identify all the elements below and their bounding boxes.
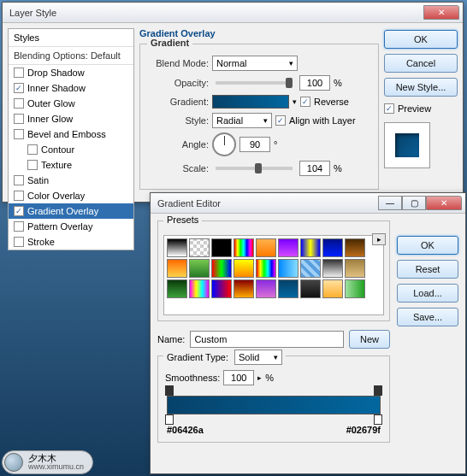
preset-swatch[interactable] — [167, 238, 187, 257]
preview-thumbnail — [384, 122, 430, 168]
new-style-button[interactable]: New Style... — [384, 78, 458, 97]
angle-dial[interactable] — [212, 132, 236, 156]
preset-swatch[interactable] — [322, 279, 343, 298]
style-checkbox[interactable] — [14, 237, 24, 247]
style-item-contour[interactable]: Contour — [9, 142, 133, 157]
preset-swatch[interactable] — [189, 279, 210, 298]
gradient-swatch[interactable] — [212, 95, 289, 109]
chevron-right-icon[interactable]: ▸ — [257, 373, 262, 382]
preset-swatch[interactable] — [256, 259, 276, 278]
gradient-type-select[interactable]: Solid — [234, 350, 282, 365]
preset-swatch[interactable] — [189, 259, 210, 278]
style-item-bevel-and-emboss[interactable]: Bevel and Emboss — [9, 126, 133, 142]
color-stop-right[interactable] — [374, 414, 382, 425]
preset-swatch[interactable] — [167, 279, 187, 298]
preview-label: Preview — [398, 103, 431, 114]
styles-header[interactable]: Styles — [9, 29, 133, 47]
blending-options-row[interactable]: Blending Options: Default — [9, 47, 133, 65]
ok-button[interactable]: OK — [397, 236, 458, 255]
style-item-inner-shadow[interactable]: Inner Shadow — [9, 80, 133, 96]
save-button[interactable]: Save... — [397, 308, 458, 326]
style-item-pattern-overlay[interactable]: Pattern Overlay — [9, 219, 133, 234]
style-item-label: Pattern Overlay — [27, 221, 92, 232]
style-checkbox[interactable] — [14, 206, 24, 216]
style-item-gradient-overlay[interactable]: Gradient Overlay — [9, 203, 133, 219]
preset-swatch[interactable] — [300, 279, 321, 298]
new-button[interactable]: New — [349, 330, 390, 349]
preset-swatch[interactable] — [322, 259, 343, 278]
opacity-input[interactable]: 100 — [299, 75, 330, 91]
opacity-stop-right[interactable] — [374, 385, 382, 396]
style-checkbox[interactable] — [14, 83, 24, 93]
presets-menu-icon[interactable]: ▸ — [372, 233, 386, 245]
presets-grid[interactable] — [163, 235, 384, 315]
opacity-stop-left[interactable] — [165, 385, 174, 396]
preset-swatch[interactable] — [345, 279, 365, 298]
gradient-bar[interactable] — [167, 396, 381, 414]
style-checkbox[interactable] — [14, 175, 24, 185]
preset-swatch[interactable] — [234, 259, 254, 278]
reset-button[interactable]: Reset — [397, 260, 458, 279]
preset-swatch[interactable] — [234, 238, 254, 257]
reverse-checkbox[interactable] — [300, 97, 310, 107]
scale-slider[interactable] — [216, 167, 293, 170]
style-item-outer-glow[interactable]: Outer Glow — [9, 96, 133, 111]
style-item-drop-shadow[interactable]: Drop Shadow — [9, 65, 133, 80]
ok-button[interactable]: OK — [384, 30, 458, 49]
style-checkbox[interactable] — [14, 191, 24, 201]
preset-swatch[interactable] — [345, 259, 365, 278]
style-item-satin[interactable]: Satin — [9, 173, 133, 188]
preset-swatch[interactable] — [234, 279, 254, 298]
align-checkbox[interactable] — [275, 115, 286, 126]
gradient-label: Gradient: — [149, 97, 209, 107]
chevron-down-icon[interactable]: ▾ — [293, 97, 297, 106]
preset-swatch[interactable] — [211, 259, 232, 278]
minimize-icon[interactable]: — — [378, 196, 402, 210]
style-checkbox[interactable] — [27, 144, 38, 155]
style-checkbox[interactable] — [14, 129, 24, 139]
preset-swatch[interactable] — [278, 238, 299, 257]
preview-checkbox[interactable] — [384, 103, 394, 114]
preset-swatch[interactable] — [278, 279, 299, 298]
style-item-label: Inner Glow — [27, 114, 73, 124]
style-checkbox[interactable] — [14, 68, 24, 78]
preset-swatch[interactable] — [189, 238, 210, 257]
smoothness-input[interactable]: 100 — [223, 370, 254, 385]
style-item-texture[interactable]: Texture — [9, 157, 133, 173]
style-checkbox[interactable] — [14, 98, 24, 109]
style-checkbox[interactable] — [14, 221, 24, 232]
style-select[interactable]: Radial — [212, 113, 272, 128]
preset-swatch[interactable] — [322, 238, 343, 257]
preset-swatch[interactable] — [167, 259, 187, 278]
styles-list: Styles Blending Options: Default Drop Sh… — [8, 28, 134, 250]
preset-swatch[interactable] — [256, 238, 276, 257]
close-icon[interactable]: ✕ — [423, 5, 459, 20]
style-item-color-overlay[interactable]: Color Overlay — [9, 188, 133, 203]
angle-input[interactable]: 90 — [239, 137, 270, 152]
scale-input[interactable]: 104 — [299, 161, 330, 176]
color-stop-left[interactable] — [165, 414, 174, 425]
close-icon[interactable]: ✕ — [426, 196, 462, 210]
opacity-slider[interactable] — [216, 81, 293, 85]
load-button[interactable]: Load... — [397, 284, 458, 303]
preset-swatch[interactable] — [300, 238, 321, 257]
preset-swatch[interactable] — [278, 259, 299, 278]
style-checkbox[interactable] — [14, 114, 24, 124]
name-input[interactable] — [190, 331, 344, 348]
preset-swatch[interactable] — [211, 238, 232, 257]
style-item-label: Drop Shadow — [27, 68, 85, 78]
preset-swatch[interactable] — [300, 259, 321, 278]
style-item-stroke[interactable]: Stroke — [9, 234, 133, 250]
align-label: Align with Layer — [289, 115, 356, 126]
preset-swatch[interactable] — [345, 238, 365, 257]
preset-swatch[interactable] — [211, 279, 232, 298]
gradient-editor-titlebar[interactable]: Gradient Editor — ▢ ✕ — [151, 193, 465, 214]
style-checkbox[interactable] — [27, 160, 38, 170]
cancel-button[interactable]: Cancel — [384, 54, 458, 73]
watermark: 夕木木 www.ximumu.cn — [2, 450, 93, 474]
blend-mode-select[interactable]: Normal — [212, 56, 298, 71]
style-item-inner-glow[interactable]: Inner Glow — [9, 111, 133, 126]
maximize-icon[interactable]: ▢ — [402, 196, 426, 210]
preset-swatch[interactable] — [256, 279, 276, 298]
layer-style-titlebar[interactable]: Layer Style ✕ — [3, 3, 463, 23]
